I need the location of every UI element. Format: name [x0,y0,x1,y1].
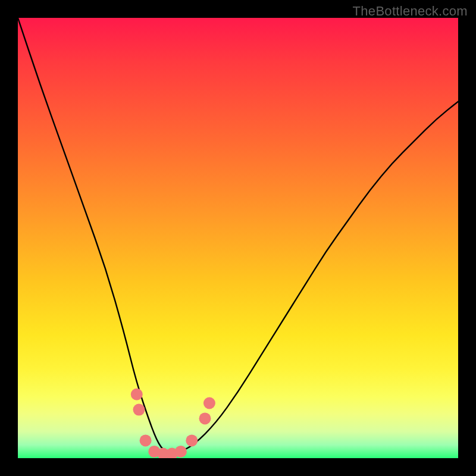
marker-dot [140,434,152,446]
marker-points [131,389,215,458]
marker-dot [199,412,211,424]
marker-dot [131,389,143,400]
marker-dot [175,446,187,458]
bottleneck-curve [18,18,458,454]
plot-area [18,18,458,458]
watermark-text: TheBottleneck.com [353,4,468,19]
curve-layer [18,18,458,458]
marker-dot [133,404,145,416]
marker-dot [186,434,198,446]
marker-dot [203,397,215,409]
chart-frame: TheBottleneck.com [0,0,476,476]
